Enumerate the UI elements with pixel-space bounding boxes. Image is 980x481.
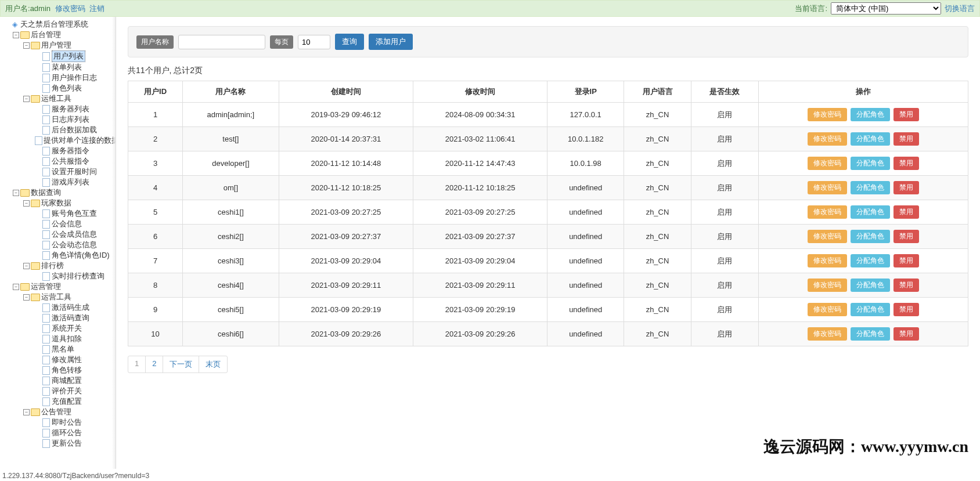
table-row: 3developer[]2020-11-12 10:14:482020-11-1… [128,151,968,176]
current-lang-label: 当前语言: [795,3,827,14]
change-password-button[interactable]: 修改密码 [808,327,847,341]
tree-data-query[interactable]: −数据查询 [13,187,116,198]
disable-button[interactable]: 禁用 [893,205,919,219]
tree-role-detail[interactable]: 角色详情(角色ID) [34,250,116,261]
assign-role-button[interactable]: 分配角色 [851,327,890,341]
tree-recharge-config[interactable]: 充值配置 [34,396,116,407]
tree-set-open-time[interactable]: 设置开服时间 [34,167,116,177]
collapse-icon[interactable]: − [13,284,19,290]
tree-loop-notice[interactable]: 循环公告 [34,428,116,438]
add-user-button[interactable]: 添加用户 [369,34,413,50]
collapse-icon[interactable]: − [13,32,19,38]
tree-operation-mgmt[interactable]: −运营管理 [13,281,116,292]
summary-text: 共11个用户, 总计2页 [128,66,968,76]
change-password-button[interactable]: 修改密码 [808,181,847,194]
logout-link[interactable]: 注销 [89,4,105,13]
disable-button[interactable]: 禁用 [893,181,919,194]
tree-root[interactable]: 天之禁后台管理系统 [2,19,116,30]
collapse-icon[interactable]: − [23,409,30,415]
tree-player-data[interactable]: −玩家数据 [23,198,116,208]
tree-log-repo-list[interactable]: 日志库列表 [34,114,116,125]
tree-modify-attr[interactable]: 修改属性 [34,355,116,365]
disable-button[interactable]: 禁用 [893,303,919,316]
tree-activation-query[interactable]: 激活码查询 [34,313,116,323]
assign-role-button[interactable]: 分配角色 [851,303,890,316]
sidebar-tree[interactable]: 天之禁后台管理系统 −后台管理 −用户管理 用户列表 菜单列表 用户操作日志 [0,17,116,469]
tree-role-transfer[interactable]: 角色转移 [34,365,116,375]
change-password-button[interactable]: 修改密码 [808,254,847,267]
tree-user-mgmt[interactable]: −用户管理 [23,40,116,50]
page-icon [41,178,51,186]
tree-role-list[interactable]: 角色列表 [34,83,116,93]
tree-review-switch[interactable]: 评价开关 [34,386,116,396]
tree-server-cmd[interactable]: 服务器指令 [34,146,116,156]
assign-role-button[interactable]: 分配角色 [851,254,890,267]
disable-button[interactable]: 禁用 [893,254,919,267]
assign-role-button[interactable]: 分配角色 [851,181,890,194]
tree-ops-tools[interactable]: −运维工具 [23,93,116,104]
tree-item-deduct[interactable]: 道具扣除 [34,334,116,344]
tree-leaderboard[interactable]: −排行榜 [23,261,116,271]
assign-role-button[interactable]: 分配角色 [851,132,890,146]
perpage-input[interactable] [298,35,330,49]
page-last[interactable]: 末页 [199,356,228,373]
tree-backend-data-load[interactable]: 后台数据加载 [34,125,116,135]
tree-menu-list[interactable]: 菜单列表 [34,62,116,73]
collapse-icon[interactable]: − [23,294,30,301]
folder-open-icon [31,95,40,103]
disable-button[interactable]: 禁用 [893,327,919,341]
assign-role-button[interactable]: 分配角色 [851,108,890,121]
tree-game-repo-list[interactable]: 游戏库列表 [34,177,116,187]
change-password-button[interactable]: 修改密码 [808,303,847,316]
tree-acct-role-xcheck[interactable]: 账号角色互查 [34,208,116,219]
disable-button[interactable]: 禁用 [893,157,919,170]
query-button[interactable]: 查询 [335,34,364,50]
tree-single-conn-data[interactable]: 提供对单个连接的数据 [34,135,116,146]
change-password-button[interactable]: 修改密码 [808,279,847,292]
disable-button[interactable]: 禁用 [893,108,919,121]
tree-blacklist[interactable]: 黑名单 [34,344,116,355]
collapse-icon[interactable]: − [13,190,19,196]
change-password-button[interactable]: 修改密码 [808,205,847,219]
folder-open-icon [31,41,40,49]
tree-user-list[interactable]: 用户列表 [34,50,116,62]
tree-guild-member-info[interactable]: 公会成员信息 [34,229,116,240]
tree-activation-gen[interactable]: 激活码生成 [34,302,116,313]
tree-backend-mgmt[interactable]: −后台管理 [13,30,116,40]
assign-role-button[interactable]: 分配角色 [851,230,890,243]
change-password-button[interactable]: 修改密码 [808,132,847,146]
tree-public-cmd[interactable]: 公共服指令 [34,156,116,167]
disable-button[interactable]: 禁用 [893,132,919,146]
tree-system-switch[interactable]: 系统开关 [34,323,116,334]
collapse-icon[interactable]: − [23,96,30,102]
change-password-link[interactable]: 修改密码 [55,4,85,13]
tree-instant-notice[interactable]: 即时公告 [34,417,116,428]
switch-language-link[interactable]: 切换语言 [945,3,975,14]
change-password-button[interactable]: 修改密码 [808,108,847,121]
tree-update-notice[interactable]: 更新公告 [34,438,116,449]
page-icon [41,105,51,113]
tree-notice-mgmt[interactable]: −公告管理 [23,407,116,417]
collapse-icon[interactable]: − [23,263,30,269]
assign-role-button[interactable]: 分配角色 [851,205,890,219]
page-2[interactable]: 2 [145,356,163,373]
tree-guild-dynamic-info[interactable]: 公会动态信息 [34,240,116,250]
page-next[interactable]: 下一页 [163,356,199,373]
disable-button[interactable]: 禁用 [893,279,919,292]
tree-user-op-log[interactable]: 用户操作日志 [34,73,116,83]
collapse-icon[interactable]: − [23,200,30,207]
disable-button[interactable]: 禁用 [893,230,919,243]
collapse-icon[interactable]: − [23,42,30,49]
tree-operation-tools[interactable]: −运营工具 [23,292,116,302]
language-select[interactable]: 简体中文 (中国) [831,2,941,15]
tree-realtime-leaderboard[interactable]: 实时排行榜查询 [34,271,116,281]
col-header: 操作 [758,81,968,103]
change-password-button[interactable]: 修改密码 [808,230,847,243]
tree-server-list[interactable]: 服务器列表 [34,104,116,114]
assign-role-button[interactable]: 分配角色 [851,279,890,292]
change-password-button[interactable]: 修改密码 [808,157,847,170]
tree-guild-info[interactable]: 公会信息 [34,219,116,229]
tree-mall-config[interactable]: 商城配置 [34,375,116,386]
assign-role-button[interactable]: 分配角色 [851,157,890,170]
username-input[interactable] [178,35,265,49]
